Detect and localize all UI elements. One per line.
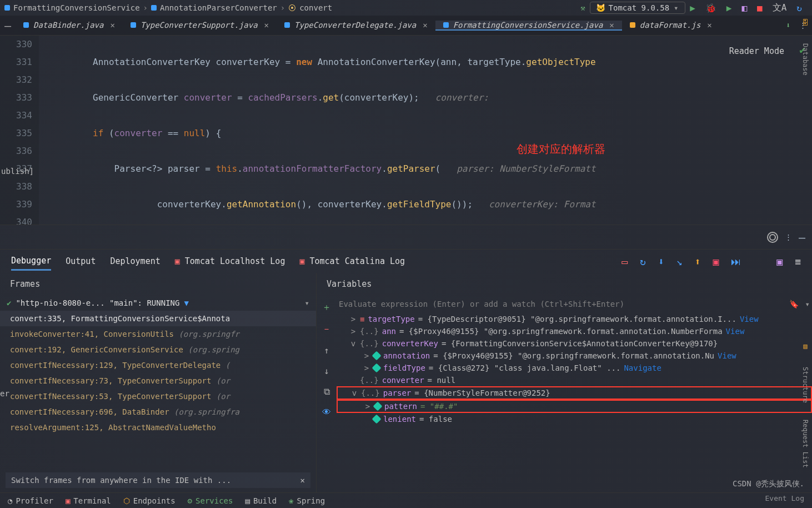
structure-icon[interactable]: ▤ <box>803 342 807 350</box>
chevron-down-icon[interactable]: ▾ <box>305 298 309 307</box>
filter-icon[interactable]: ▼ <box>184 298 188 307</box>
profile-icon[interactable]: ◧ <box>741 3 747 13</box>
close-icon[interactable]: ✕ <box>609 21 614 29</box>
variable-node[interactable]: v{..}parser = {NumberStyleFormatter@9252… <box>337 386 812 400</box>
field-icon <box>372 351 382 361</box>
tab-deployment[interactable]: Deployment <box>110 253 160 270</box>
run-config-combo[interactable]: 🐱 Tomcat 9.0.58 ▾ <box>590 2 686 14</box>
variables-tree[interactable]: Evaluate expression (Enter) or add a wat… <box>337 295 812 492</box>
console-icon[interactable]: ▣ <box>776 256 783 267</box>
close-icon[interactable]: ✕ <box>264 21 269 29</box>
tab-tomcat-catalina-log[interactable]: ▣ Tomcat Catalina Log <box>299 253 405 270</box>
truncated-left: ublish] <box>1 167 34 176</box>
stop-icon[interactable]: ■ <box>757 3 763 13</box>
sb-terminal[interactable]: ▣ Terminal <box>66 496 111 505</box>
close-icon[interactable]: ✕ <box>300 476 305 485</box>
eye-icon[interactable]: 👁 <box>322 407 331 417</box>
editor-tab[interactable]: FormattingConversionService.java✕ <box>435 21 622 31</box>
tomcat-icon: 🐱 <box>596 3 605 12</box>
editor-tab[interactable]: TypeConverterSupport.java✕ <box>123 21 277 29</box>
stack-frame[interactable]: convert:192, GenericConversionService (o… <box>0 342 316 357</box>
run-to-cursor-icon[interactable]: ⏭ <box>731 256 741 267</box>
resume-icon[interactable]: ↻ <box>640 256 646 267</box>
database-icon[interactable]: 🗄 <box>802 19 809 27</box>
file-icon <box>23 22 29 28</box>
stack-frame[interactable]: convertIfNecessary:53, TypeConverterSupp… <box>0 389 316 404</box>
view-link[interactable]: Navigate <box>624 363 661 372</box>
updates-icon[interactable]: ↻ <box>796 3 802 13</box>
variable-node[interactable]: >≡targetType = {TypeDescriptor@9051} "@o… <box>337 313 812 325</box>
debug-panel: Debugger Output Deployment ▣ Tomcat Loca… <box>0 249 812 492</box>
coverage-icon[interactable]: ▶ <box>726 3 732 13</box>
step-out-icon[interactable]: ⬆ <box>695 256 701 267</box>
bookmark-icon[interactable]: 🔖 <box>789 300 799 308</box>
debug-icon[interactable]: 🐞 <box>705 3 716 13</box>
stack-frame[interactable]: convertIfNecessary:129, TypeConverterDel… <box>0 357 316 373</box>
run-icon[interactable]: ▶ <box>690 3 695 13</box>
hammer-icon[interactable]: ⚒ <box>580 3 585 12</box>
stack-frame[interactable]: invokeConverter:41, ConversionUtils (org… <box>0 326 316 342</box>
code-editor[interactable]: 330331332333334335336337338339340 Annota… <box>0 36 812 225</box>
variable-node[interactable]: >pattern = "##.#" <box>337 400 812 413</box>
down-icon[interactable]: ↓ <box>324 366 329 376</box>
close-icon[interactable]: ✕ <box>707 21 711 29</box>
tool-window-toolbar: ⋮ — <box>0 225 812 249</box>
remove-watch-icon[interactable]: － <box>322 323 331 335</box>
variable-node[interactable]: >{..}ann = {$Proxy46@9155} "@org.springf… <box>337 325 812 337</box>
stack-frame[interactable]: resolveArgument:125, AbstractNamedValueM… <box>0 420 316 435</box>
run-config-label: Tomcat 9.0.58 <box>609 3 670 12</box>
rail-database[interactable]: Database <box>801 43 809 76</box>
view-link[interactable]: View <box>740 315 759 323</box>
sb-endpoints[interactable]: ⬡ Endpoints <box>123 496 176 505</box>
evaluate-icon[interactable]: ▣ <box>713 256 719 267</box>
variable-node[interactable]: {..}converter = null <box>337 374 812 386</box>
object-icon: {..} <box>361 389 380 397</box>
tab-tomcat-localhost-log[interactable]: ▣ Tomcat Localhost Log <box>175 253 285 270</box>
breadcrumb[interactable]: FormattingConversionService› AnnotationP… <box>4 3 332 12</box>
up-icon[interactable]: ↑ <box>324 345 329 356</box>
chevron-down-icon: ▾ <box>673 3 679 12</box>
annotation-label: 创建对应的解析器 <box>517 140 605 158</box>
editor-tab[interactable]: DataBinder.java✕ <box>16 21 123 29</box>
copy-icon[interactable]: ⧉ <box>324 386 330 397</box>
variable-node[interactable]: >annotation = {$Proxy46@9155} "@org.spri… <box>337 350 812 362</box>
editor-tab[interactable]: dataFormat.js✕ <box>622 21 720 29</box>
class-icon <box>4 5 10 11</box>
close-icon[interactable]: ✕ <box>110 21 114 29</box>
evaluate-input[interactable]: Evaluate expression (Enter) or add a wat… <box>337 295 812 313</box>
object-icon: {..} <box>360 339 379 348</box>
minimize-icon[interactable]: — <box>0 19 16 32</box>
variable-node[interactable]: v{..}converterKey = {FormattingConversio… <box>337 337 812 350</box>
stack-frame[interactable]: convert:335, FormattingConversionService… <box>0 311 316 326</box>
view-link[interactable]: View <box>718 351 736 360</box>
target-icon[interactable] <box>767 232 778 243</box>
tab-output[interactable]: Output <box>66 253 96 270</box>
step-into-icon[interactable]: ↘ <box>676 256 683 267</box>
code-area[interactable]: AnnotationConverterKey converterKey = ne… <box>39 36 812 225</box>
sb-profiler[interactable]: ◔ Profiler <box>8 496 53 505</box>
search-icon[interactable]: 文A <box>773 2 787 14</box>
rail-request-list[interactable]: Request List <box>801 420 809 468</box>
rail-structure[interactable]: Structure <box>801 367 809 403</box>
sb-build[interactable]: ▤ Build <box>245 496 277 505</box>
sb-services[interactable]: ⚙ Services <box>188 496 233 505</box>
download-icon[interactable]: ⬇ <box>786 21 790 29</box>
thread-selector[interactable]: ✔ "http-nio-8080-e... "main": RUNNING ▼ … <box>0 295 316 311</box>
variables-title: Variables <box>317 273 812 295</box>
reader-mode-label[interactable]: Reader Mode <box>729 42 784 60</box>
sb-spring[interactable]: ❀ Spring <box>289 496 325 505</box>
frames-pane: Frames ✔ "http-nio-8080-e... "main": RUN… <box>0 273 317 492</box>
stack-frame[interactable]: convertIfNecessary:696, DataBinder (org.… <box>0 404 316 420</box>
editor-tab[interactable]: TypeConverterDelegate.java✕ <box>277 21 435 29</box>
add-watch-icon[interactable]: ＋ <box>322 302 331 313</box>
top-toolbar: FormattingConversionService› AnnotationP… <box>0 0 812 16</box>
step-over-icon[interactable]: ⬇ <box>658 256 664 267</box>
tab-debugger[interactable]: Debugger <box>11 252 51 271</box>
variable-node[interactable]: >fieldType = {Class@272} "class java.lan… <box>337 362 812 374</box>
stack-frame[interactable]: convertIfNecessary:73, TypeConverterSupp… <box>0 373 316 389</box>
variable-node[interactable]: lenient = false <box>337 413 812 425</box>
view-link[interactable]: View <box>726 327 745 336</box>
more-icon[interactable]: ⋮ <box>785 233 792 241</box>
layout-icon[interactable]: ▭ <box>621 256 628 267</box>
close-icon[interactable]: ✕ <box>423 21 427 29</box>
